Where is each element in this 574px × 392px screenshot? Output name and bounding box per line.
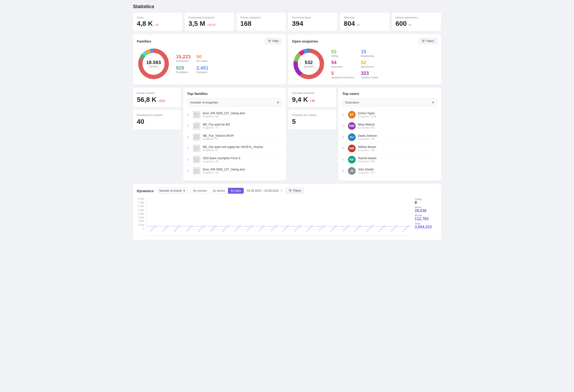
bar-group: 16.05.22 — [303, 226, 314, 230]
clear-date-button[interactable]: ✕ — [280, 189, 283, 192]
stat-card-functional_types: Functional types 394 — [288, 13, 337, 31]
bar-group: 23.05.22 — [387, 226, 399, 230]
families-stats: 15,223 Authorized 90 On check 829 Forbid… — [176, 54, 211, 74]
stats-row: Users 4,8 K +13 Downloads to projects 3,… — [133, 13, 441, 31]
stat-card-materials: Materials 804 +3 — [340, 13, 389, 31]
top-users-dropdown[interactable]: Executors ▾ — [342, 98, 437, 106]
family-thumb — [193, 145, 200, 152]
top-families-dropdown[interactable]: Number of enquiries ▾ — [187, 98, 282, 106]
bar-group: 09.05.22 — [219, 226, 230, 230]
dynamics-panel: Dynamics Number of inserts ▾ By monthsBy… — [133, 184, 441, 240]
user-avatar: DJ — [348, 133, 356, 141]
enquiries-donut: 532 Enquiries — [292, 47, 326, 80]
user-list-item: 4 WB William Brown Enquiries: 725 — [342, 143, 437, 154]
page-title: Statistics — [133, 4, 441, 9]
bar-group: 24.05.22 — [399, 226, 411, 230]
bar-group: 08.05.22 — [207, 226, 218, 230]
user-avatar: MW — [348, 122, 356, 130]
bar-label: 14.05.22 — [282, 225, 289, 232]
bar-group: 18.05.22 — [327, 226, 339, 230]
bar-label: 04.05.22 — [162, 225, 169, 232]
chart-container: 8 0007 0006 0005 0004 0003 0002 0001 000… — [137, 198, 411, 236]
top-families-title: Top families — [187, 92, 282, 96]
bar-label: 13.05.22 — [270, 225, 277, 232]
svg-rect-4 — [195, 136, 199, 139]
bar-label: 21.05.22 — [366, 225, 374, 232]
middle-row: Families Filter 18.593 Families 15,223 A… — [133, 34, 441, 84]
family-stat: 90 On check — [196, 54, 211, 62]
user-avatar: JD — [348, 167, 356, 175]
bar-label: 23.05.22 — [390, 225, 398, 232]
bar-group: 06.05.22 — [183, 226, 194, 230]
chart-total: Total 3,504,333 — [415, 222, 437, 229]
chart-area: 8 0007 0006 0005 0004 0003 0002 0001 000… — [137, 198, 437, 236]
enquiries-panel: Open enquiries Filters 532 Enquiries 83 … — [288, 34, 441, 84]
family-thumb — [193, 133, 200, 141]
dynamics-select[interactable]: Number of inserts ▾ — [157, 188, 187, 194]
enquiries-donut-center: 532 Enquiries — [304, 60, 314, 68]
family-list-item: 4 ME_Fan axial roof supply fan VKOP-K_Vi… — [187, 143, 282, 154]
family-list-item: 2 ME_Fan axial fan BO Enquiries: 73 — [187, 120, 282, 132]
bar-group: 03.05.22 — [147, 226, 158, 230]
chart-side: Today 0 Week 28,038 Month 112,783 Total … — [411, 198, 437, 236]
user-list: 1 ET Emma Taylor Enquiries: 1438 2 MW Ma… — [342, 109, 437, 177]
family-stat: 829 Forbidden — [176, 65, 191, 74]
enquiries-initiator-panel: Enquiries per initiator 5 — [288, 110, 336, 129]
user-list-item: 3 DJ David Johnson Enquiries: 740 — [342, 132, 437, 143]
svg-rect-10 — [195, 170, 199, 172]
bar-group: 19.05.22 — [339, 226, 351, 230]
user-list-item: 6 JD John Davids Enquiries: 512 — [342, 165, 437, 177]
period-btn-by-weeks[interactable]: By weeks — [210, 188, 228, 194]
bar-label: 16.05.22 — [306, 225, 313, 232]
bar-group: 22.05.22 — [375, 226, 387, 230]
families-filter-button[interactable]: Filter — [265, 38, 282, 44]
user-avatar: RA — [348, 156, 356, 163]
bar-label: 10.05.22 — [234, 225, 241, 232]
family-list: 1 Door_PIK-SEM_1ST_Swing door Enquiries:… — [187, 109, 282, 177]
y-axis-labels: 8 0007 0006 0005 0004 0003 0002 0001 000… — [138, 198, 144, 230]
bar-label: 12.05.22 — [258, 225, 266, 232]
families-content: 18.593 Families 15,223 Authorized 90 On … — [137, 47, 282, 80]
user-avatar: WB — [348, 145, 356, 152]
families-panel-title: Families Filter — [137, 38, 282, 44]
bar-group: 21.05.22 — [363, 226, 375, 230]
family-thumb — [193, 122, 200, 130]
stat-card-family_categories: Family categories 168 — [237, 13, 286, 31]
bar-label: 11.05.22 — [246, 225, 253, 232]
user-list-item: 2 MW Mary Watson Enquiries: 641 — [342, 120, 437, 132]
bar-chart: 8 0007 0006 0005 0004 0003 0002 0001 000… — [146, 198, 411, 236]
bar-label: 24.05.22 — [402, 225, 410, 232]
family-list-item: 1 Door_PIK-SEM_1ST_Swing door Enquiries:… — [187, 109, 282, 120]
bar-label: 15.05.22 — [294, 225, 302, 232]
top-families-panel: Top families Number of enquiries ▾ 1 Doo… — [183, 88, 286, 180]
bar-label: 18.05.22 — [330, 225, 337, 232]
dynamics-filter-button[interactable]: Filters — [286, 188, 304, 194]
top-users-panel: Top users Executors ▾ 1 ET Emma Taylor E… — [338, 88, 441, 180]
user-avatar: ET — [348, 111, 356, 118]
stat-card-users: Users 4,8 K +13 — [133, 13, 182, 31]
bar-label: 20.05.22 — [354, 225, 362, 232]
svg-rect-8 — [195, 158, 199, 161]
executed-enquiries-panel: Executed enquiries 9,4 K +45 — [288, 88, 336, 107]
family-stat: 15,223 Authorized — [176, 54, 191, 62]
period-btn-by-days[interactable]: By days — [228, 188, 244, 194]
family-thumb — [193, 167, 200, 175]
bar-label: 06.05.22 — [185, 225, 193, 232]
user-list-item: 1 ET Emma Taylor Enquiries: 1438 — [342, 109, 437, 120]
bar-group: 13.05.22 — [267, 226, 278, 230]
period-buttons: By monthsBy weeksBy days — [190, 188, 244, 194]
families-panel: Families Filter 18.593 Families 15,223 A… — [133, 34, 286, 84]
family-list-item: 5 O2O Basic inscription Form 3 Enquiries… — [187, 154, 282, 165]
families-donut: 18.593 Families — [137, 47, 170, 80]
bar-group: 14.05.22 — [279, 226, 290, 230]
user-list-item: 5 RA Rachel Adams Enquiries: 570 — [342, 154, 437, 165]
period-btn-by-months[interactable]: By months — [191, 188, 210, 194]
enquiries-content: 532 Enquiries 83 Filling 15 Moderating 5… — [292, 47, 437, 80]
top-users-title: Top users — [342, 92, 437, 96]
bar-group: 12.05.22 — [255, 226, 266, 230]
enquiries-filter-button[interactable]: Filters — [419, 38, 437, 44]
bar-label: 19.05.22 — [342, 225, 350, 232]
stat-card-downloads: Downloads to projects 3,5 M +28115 — [185, 13, 234, 31]
svg-rect-2 — [195, 124, 199, 127]
bar-group: 10.05.22 — [231, 226, 242, 230]
